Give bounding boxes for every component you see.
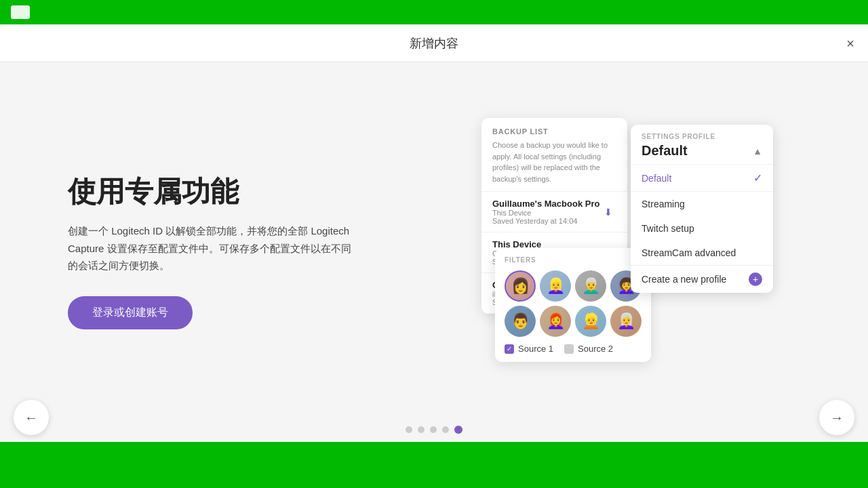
settings-option-label: StreamCam advanced: [642, 247, 736, 258]
filter-avatars-grid: 👩 👱‍♀️ 👨‍🦳 👩‍🦱 👨 👩‍🦰 👱: [505, 270, 642, 337]
settings-option-label: Default: [642, 173, 671, 184]
pagination-dot-4[interactable]: [442, 426, 449, 433]
plus-icon: +: [749, 272, 762, 286]
settings-profile-label: SETTINGS PROFILE: [642, 133, 762, 140]
backup-item[interactable]: Guillaume's Macbook Pro This Device Save…: [481, 192, 627, 232]
main-content: 使用专属功能 创建一个 Logitech ID 以解锁全部功能，并将您的全部 L…: [0, 62, 868, 442]
page-title: 新增内容: [410, 35, 458, 52]
bottom-bar: [0, 442, 868, 488]
backup-item-sub1: This Device: [492, 209, 599, 217]
settings-option-label: Twitch setup: [642, 223, 694, 234]
filter-avatar[interactable]: 👩: [505, 270, 536, 302]
filter-avatar[interactable]: 👨‍🦳: [575, 270, 606, 302]
settings-option-streamcam[interactable]: StreamCam advanced: [631, 241, 773, 265]
settings-option-twitch[interactable]: Twitch setup: [631, 216, 773, 241]
filter-avatar[interactable]: 👱‍♀️: [540, 270, 571, 302]
pagination-dot-5[interactable]: [454, 426, 462, 434]
settings-profile-card: SETTINGS PROFILE Default ▲ Default ✓ Str…: [631, 125, 773, 293]
settings-option-streaming[interactable]: Streaming: [631, 192, 773, 216]
settings-profile-header: SETTINGS PROFILE Default ▲: [631, 125, 773, 165]
backup-list-desc: Choose a backup you would like to apply.…: [492, 140, 616, 184]
logitech-logo: [11, 5, 30, 19]
top-bar: [0, 0, 868, 24]
settings-option-label: Streaming: [642, 199, 685, 209]
settings-option-create[interactable]: Create a new profile +: [631, 266, 773, 293]
close-button[interactable]: ×: [846, 37, 854, 50]
main-heading: 使用专属功能: [68, 175, 353, 209]
source-2-checkbox[interactable]: [564, 344, 574, 354]
chevron-up-icon: ▲: [753, 146, 762, 157]
left-panel: 使用专属功能 创建一个 Logitech ID 以解锁全部功能，并将您的全部 L…: [68, 175, 353, 329]
filters-title: FILTERS: [505, 256, 642, 264]
header: 新增内容 ×: [0, 24, 868, 62]
source-2-label: Source 2: [578, 344, 613, 354]
right-panel: BACKUP LIST Choose a backup you would li…: [481, 118, 773, 362]
settings-option-label: Create a new profile: [642, 274, 726, 285]
backup-item-sub2: Saved Yesterday at 14:04: [492, 217, 599, 225]
download-icon: ⬇: [600, 204, 616, 220]
filter-avatar[interactable]: 👨: [505, 306, 536, 337]
pagination: [406, 426, 462, 434]
pagination-dot-3[interactable]: [430, 426, 437, 433]
pagination-dot-2[interactable]: [418, 426, 425, 433]
filter-sources: ✓ Source 1 Source 2: [505, 344, 642, 354]
filter-avatar[interactable]: 👩‍🦰: [540, 306, 571, 337]
pagination-dot-1[interactable]: [406, 426, 412, 433]
filters-card: FILTERS 👩 👱‍♀️ 👨‍🦳 👩‍🦱 👨 👩: [495, 248, 651, 362]
settings-selected-value: Default: [642, 143, 688, 159]
source-1-checkbox[interactable]: ✓: [505, 344, 514, 354]
backup-item-name: Guillaume's Macbook Pro: [492, 199, 599, 209]
backup-list-title: BACKUP LIST: [492, 127, 616, 136]
source-1-item[interactable]: ✓ Source 1: [505, 344, 553, 354]
check-icon: ✓: [753, 171, 762, 184]
source-2-item[interactable]: Source 2: [564, 344, 613, 354]
settings-selected-row[interactable]: Default ▲: [642, 143, 762, 159]
filter-avatar[interactable]: 👱: [575, 306, 606, 337]
cta-button[interactable]: 登录或创建账号: [68, 296, 193, 329]
source-1-label: Source 1: [518, 344, 553, 354]
description-text: 创建一个 Logitech ID 以解锁全部功能，并将您的全部 Logitech…: [68, 222, 353, 274]
backup-list-header: BACKUP LIST Choose a backup you would li…: [481, 118, 627, 192]
filter-avatar[interactable]: 👩‍🦳: [610, 306, 642, 337]
settings-option-default[interactable]: Default ✓: [631, 165, 773, 191]
next-button[interactable]: →: [819, 400, 854, 435]
prev-button[interactable]: ←: [14, 400, 49, 435]
